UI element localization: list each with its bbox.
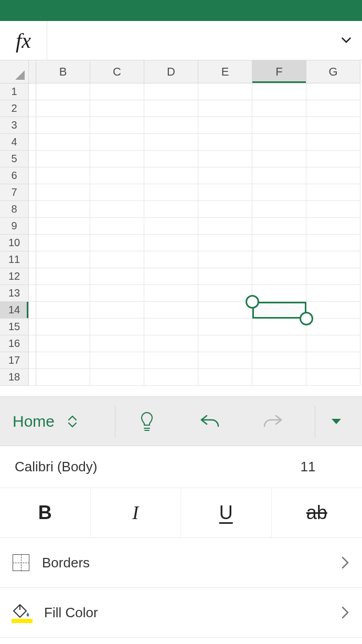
row-header[interactable]: 11: [0, 251, 29, 268]
cell[interactable]: [144, 83, 198, 100]
cell[interactable]: [90, 83, 144, 100]
cell[interactable]: [90, 335, 144, 352]
cell[interactable]: [306, 201, 360, 218]
cell[interactable]: [252, 369, 306, 386]
cell[interactable]: [198, 100, 252, 117]
column-header[interactable]: E: [198, 60, 252, 83]
cell[interactable]: [198, 235, 252, 251]
italic-button[interactable]: I: [91, 488, 182, 537]
cell[interactable]: [36, 369, 90, 386]
cell[interactable]: [252, 184, 306, 201]
cell[interactable]: [198, 218, 252, 235]
cell[interactable]: [144, 369, 198, 386]
cell[interactable]: [36, 167, 90, 184]
row-header[interactable]: 16: [0, 335, 29, 352]
cell[interactable]: [306, 218, 360, 235]
bold-button[interactable]: B: [0, 488, 91, 537]
cell[interactable]: [252, 352, 306, 369]
row-header[interactable]: 12: [0, 268, 29, 285]
cell[interactable]: [252, 151, 306, 167]
cell[interactable]: [144, 319, 198, 335]
column-header[interactable]: D: [144, 60, 198, 83]
undo-button[interactable]: [189, 413, 231, 430]
column-header[interactable]: C: [90, 60, 144, 83]
cell[interactable]: [36, 218, 90, 235]
cell[interactable]: [144, 285, 198, 302]
column-header[interactable]: B: [36, 60, 90, 83]
cell[interactable]: [36, 319, 90, 335]
cell[interactable]: [36, 302, 90, 319]
cell[interactable]: [252, 167, 306, 184]
cell[interactable]: [306, 134, 360, 151]
row-header[interactable]: 9: [0, 218, 29, 235]
cell[interactable]: [306, 117, 360, 134]
cell[interactable]: [90, 117, 144, 134]
cell[interactable]: [252, 235, 306, 251]
row-header[interactable]: 4: [0, 134, 29, 151]
cell[interactable]: [198, 369, 252, 386]
font-name-selector[interactable]: Calibri (Body): [15, 459, 269, 475]
cell[interactable]: [144, 151, 198, 167]
cell[interactable]: [144, 268, 198, 285]
fill-color-row[interactable]: Fill Color: [0, 588, 362, 638]
row-header[interactable]: 15: [0, 319, 29, 335]
cell[interactable]: [90, 201, 144, 218]
cell[interactable]: [306, 151, 360, 167]
cell[interactable]: [36, 134, 90, 151]
cell[interactable]: [36, 201, 90, 218]
cell[interactable]: [144, 100, 198, 117]
cell[interactable]: [36, 100, 90, 117]
cell[interactable]: [144, 251, 198, 268]
cell[interactable]: [306, 335, 360, 352]
cell[interactable]: [306, 167, 360, 184]
cell[interactable]: [252, 117, 306, 134]
cell[interactable]: [198, 167, 252, 184]
cell[interactable]: [306, 100, 360, 117]
cell[interactable]: [306, 184, 360, 201]
formula-expand-button[interactable]: [331, 21, 362, 60]
row-header[interactable]: 7: [0, 184, 29, 201]
cell[interactable]: [90, 167, 144, 184]
cell[interactable]: [306, 352, 360, 369]
cell[interactable]: [144, 218, 198, 235]
cell[interactable]: [198, 134, 252, 151]
select-all-corner[interactable]: [0, 60, 29, 83]
cell[interactable]: [198, 302, 252, 319]
cell[interactable]: [252, 302, 306, 319]
redo-button[interactable]: [252, 413, 294, 430]
cell[interactable]: [90, 184, 144, 201]
cell[interactable]: [252, 218, 306, 235]
cell[interactable]: [198, 251, 252, 268]
cell[interactable]: [252, 319, 306, 335]
cell[interactable]: [198, 117, 252, 134]
ribbon-collapse-button[interactable]: [315, 406, 357, 437]
cell[interactable]: [252, 100, 306, 117]
cell[interactable]: [306, 319, 360, 335]
row-header[interactable]: 10: [0, 235, 29, 251]
cell[interactable]: [36, 285, 90, 302]
cell[interactable]: [198, 268, 252, 285]
tell-me-button[interactable]: [126, 410, 168, 432]
cell[interactable]: [306, 285, 360, 302]
row-header-active[interactable]: 14: [0, 302, 29, 319]
cell[interactable]: [252, 268, 306, 285]
row-header[interactable]: 3: [0, 117, 29, 134]
row-header[interactable]: 18: [0, 369, 29, 386]
row-header[interactable]: 1: [0, 83, 29, 100]
cell[interactable]: [144, 235, 198, 251]
row-header[interactable]: 5: [0, 151, 29, 167]
cell[interactable]: [198, 335, 252, 352]
selection-handle-bottom-right[interactable]: [300, 312, 313, 325]
row-header[interactable]: 13: [0, 285, 29, 302]
cell[interactable]: [306, 235, 360, 251]
strikethrough-button[interactable]: ab: [272, 488, 363, 537]
cell[interactable]: [36, 335, 90, 352]
borders-row[interactable]: Borders: [0, 538, 362, 588]
font-size-selector[interactable]: 11: [269, 459, 347, 475]
cell[interactable]: [36, 117, 90, 134]
cell[interactable]: [90, 319, 144, 335]
cell[interactable]: [144, 352, 198, 369]
cell[interactable]: [306, 251, 360, 268]
cell[interactable]: [90, 369, 144, 386]
cell[interactable]: [306, 302, 360, 319]
